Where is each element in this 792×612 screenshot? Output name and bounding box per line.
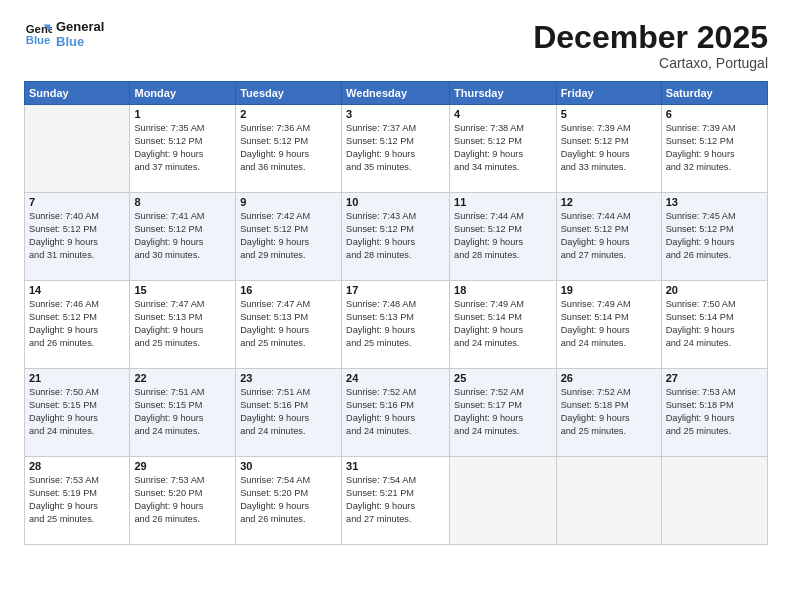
day-number: 26 <box>561 372 657 384</box>
day-info: Sunrise: 7:53 AMSunset: 5:20 PMDaylight:… <box>134 474 231 526</box>
calendar-cell: 22Sunrise: 7:51 AMSunset: 5:15 PMDayligh… <box>130 369 236 457</box>
day-number: 16 <box>240 284 337 296</box>
day-header-sunday: Sunday <box>25 82 130 105</box>
day-info: Sunrise: 7:41 AMSunset: 5:12 PMDaylight:… <box>134 210 231 262</box>
day-number: 22 <box>134 372 231 384</box>
logo: General Blue General Blue <box>24 20 104 50</box>
calendar-cell: 31Sunrise: 7:54 AMSunset: 5:21 PMDayligh… <box>342 457 450 545</box>
day-number: 19 <box>561 284 657 296</box>
day-info: Sunrise: 7:52 AMSunset: 5:18 PMDaylight:… <box>561 386 657 438</box>
day-info: Sunrise: 7:51 AMSunset: 5:15 PMDaylight:… <box>134 386 231 438</box>
day-info: Sunrise: 7:51 AMSunset: 5:16 PMDaylight:… <box>240 386 337 438</box>
day-header-thursday: Thursday <box>450 82 557 105</box>
day-info: Sunrise: 7:47 AMSunset: 5:13 PMDaylight:… <box>240 298 337 350</box>
calendar-cell: 26Sunrise: 7:52 AMSunset: 5:18 PMDayligh… <box>556 369 661 457</box>
day-header-wednesday: Wednesday <box>342 82 450 105</box>
day-info: Sunrise: 7:53 AMSunset: 5:19 PMDaylight:… <box>29 474 125 526</box>
day-info: Sunrise: 7:49 AMSunset: 5:14 PMDaylight:… <box>454 298 552 350</box>
calendar-cell: 28Sunrise: 7:53 AMSunset: 5:19 PMDayligh… <box>25 457 130 545</box>
day-number: 30 <box>240 460 337 472</box>
calendar-cell: 14Sunrise: 7:46 AMSunset: 5:12 PMDayligh… <box>25 281 130 369</box>
day-info: Sunrise: 7:54 AMSunset: 5:20 PMDaylight:… <box>240 474 337 526</box>
day-number: 17 <box>346 284 445 296</box>
calendar-cell: 9Sunrise: 7:42 AMSunset: 5:12 PMDaylight… <box>236 193 342 281</box>
day-number: 7 <box>29 196 125 208</box>
day-header-friday: Friday <box>556 82 661 105</box>
day-info: Sunrise: 7:46 AMSunset: 5:12 PMDaylight:… <box>29 298 125 350</box>
day-number: 29 <box>134 460 231 472</box>
day-info: Sunrise: 7:38 AMSunset: 5:12 PMDaylight:… <box>454 122 552 174</box>
day-info: Sunrise: 7:54 AMSunset: 5:21 PMDaylight:… <box>346 474 445 526</box>
day-info: Sunrise: 7:50 AMSunset: 5:15 PMDaylight:… <box>29 386 125 438</box>
calendar-cell: 20Sunrise: 7:50 AMSunset: 5:14 PMDayligh… <box>661 281 767 369</box>
day-number: 8 <box>134 196 231 208</box>
day-info: Sunrise: 7:44 AMSunset: 5:12 PMDaylight:… <box>561 210 657 262</box>
calendar-cell: 15Sunrise: 7:47 AMSunset: 5:13 PMDayligh… <box>130 281 236 369</box>
day-info: Sunrise: 7:49 AMSunset: 5:14 PMDaylight:… <box>561 298 657 350</box>
calendar-cell: 17Sunrise: 7:48 AMSunset: 5:13 PMDayligh… <box>342 281 450 369</box>
calendar-cell: 21Sunrise: 7:50 AMSunset: 5:15 PMDayligh… <box>25 369 130 457</box>
day-info: Sunrise: 7:47 AMSunset: 5:13 PMDaylight:… <box>134 298 231 350</box>
day-number: 3 <box>346 108 445 120</box>
day-info: Sunrise: 7:43 AMSunset: 5:12 PMDaylight:… <box>346 210 445 262</box>
day-number: 15 <box>134 284 231 296</box>
day-header-tuesday: Tuesday <box>236 82 342 105</box>
day-info: Sunrise: 7:48 AMSunset: 5:13 PMDaylight:… <box>346 298 445 350</box>
day-number: 27 <box>666 372 763 384</box>
calendar-cell: 27Sunrise: 7:53 AMSunset: 5:18 PMDayligh… <box>661 369 767 457</box>
day-number: 2 <box>240 108 337 120</box>
calendar-cell: 10Sunrise: 7:43 AMSunset: 5:12 PMDayligh… <box>342 193 450 281</box>
calendar-cell: 24Sunrise: 7:52 AMSunset: 5:16 PMDayligh… <box>342 369 450 457</box>
day-number: 14 <box>29 284 125 296</box>
day-number: 1 <box>134 108 231 120</box>
day-number: 31 <box>346 460 445 472</box>
calendar-cell: 16Sunrise: 7:47 AMSunset: 5:13 PMDayligh… <box>236 281 342 369</box>
calendar-cell: 18Sunrise: 7:49 AMSunset: 5:14 PMDayligh… <box>450 281 557 369</box>
day-number: 18 <box>454 284 552 296</box>
calendar-cell: 6Sunrise: 7:39 AMSunset: 5:12 PMDaylight… <box>661 105 767 193</box>
day-number: 11 <box>454 196 552 208</box>
logo-line1: General <box>56 20 104 35</box>
day-number: 25 <box>454 372 552 384</box>
day-info: Sunrise: 7:40 AMSunset: 5:12 PMDaylight:… <box>29 210 125 262</box>
calendar-cell: 30Sunrise: 7:54 AMSunset: 5:20 PMDayligh… <box>236 457 342 545</box>
day-number: 20 <box>666 284 763 296</box>
day-info: Sunrise: 7:52 AMSunset: 5:17 PMDaylight:… <box>454 386 552 438</box>
logo-line2: Blue <box>56 35 104 50</box>
calendar-title: December 2025 <box>533 20 768 55</box>
calendar-cell: 23Sunrise: 7:51 AMSunset: 5:16 PMDayligh… <box>236 369 342 457</box>
day-number: 28 <box>29 460 125 472</box>
calendar-subtitle: Cartaxo, Portugal <box>533 55 768 71</box>
day-info: Sunrise: 7:35 AMSunset: 5:12 PMDaylight:… <box>134 122 231 174</box>
calendar-cell: 2Sunrise: 7:36 AMSunset: 5:12 PMDaylight… <box>236 105 342 193</box>
calendar-cell: 7Sunrise: 7:40 AMSunset: 5:12 PMDaylight… <box>25 193 130 281</box>
day-number: 9 <box>240 196 337 208</box>
day-info: Sunrise: 7:36 AMSunset: 5:12 PMDaylight:… <box>240 122 337 174</box>
day-info: Sunrise: 7:50 AMSunset: 5:14 PMDaylight:… <box>666 298 763 350</box>
calendar-cell <box>661 457 767 545</box>
calendar-cell: 5Sunrise: 7:39 AMSunset: 5:12 PMDaylight… <box>556 105 661 193</box>
calendar-cell: 11Sunrise: 7:44 AMSunset: 5:12 PMDayligh… <box>450 193 557 281</box>
day-info: Sunrise: 7:44 AMSunset: 5:12 PMDaylight:… <box>454 210 552 262</box>
day-number: 5 <box>561 108 657 120</box>
svg-text:Blue: Blue <box>26 34 51 46</box>
day-number: 23 <box>240 372 337 384</box>
calendar-cell: 13Sunrise: 7:45 AMSunset: 5:12 PMDayligh… <box>661 193 767 281</box>
calendar-cell: 19Sunrise: 7:49 AMSunset: 5:14 PMDayligh… <box>556 281 661 369</box>
day-number: 21 <box>29 372 125 384</box>
calendar-cell: 29Sunrise: 7:53 AMSunset: 5:20 PMDayligh… <box>130 457 236 545</box>
day-info: Sunrise: 7:53 AMSunset: 5:18 PMDaylight:… <box>666 386 763 438</box>
calendar-cell: 25Sunrise: 7:52 AMSunset: 5:17 PMDayligh… <box>450 369 557 457</box>
calendar-cell <box>25 105 130 193</box>
day-info: Sunrise: 7:52 AMSunset: 5:16 PMDaylight:… <box>346 386 445 438</box>
day-info: Sunrise: 7:39 AMSunset: 5:12 PMDaylight:… <box>666 122 763 174</box>
calendar-cell <box>450 457 557 545</box>
day-number: 24 <box>346 372 445 384</box>
calendar-cell: 1Sunrise: 7:35 AMSunset: 5:12 PMDaylight… <box>130 105 236 193</box>
day-number: 6 <box>666 108 763 120</box>
day-number: 10 <box>346 196 445 208</box>
calendar-cell: 3Sunrise: 7:37 AMSunset: 5:12 PMDaylight… <box>342 105 450 193</box>
day-info: Sunrise: 7:37 AMSunset: 5:12 PMDaylight:… <box>346 122 445 174</box>
day-info: Sunrise: 7:42 AMSunset: 5:12 PMDaylight:… <box>240 210 337 262</box>
day-header-monday: Monday <box>130 82 236 105</box>
